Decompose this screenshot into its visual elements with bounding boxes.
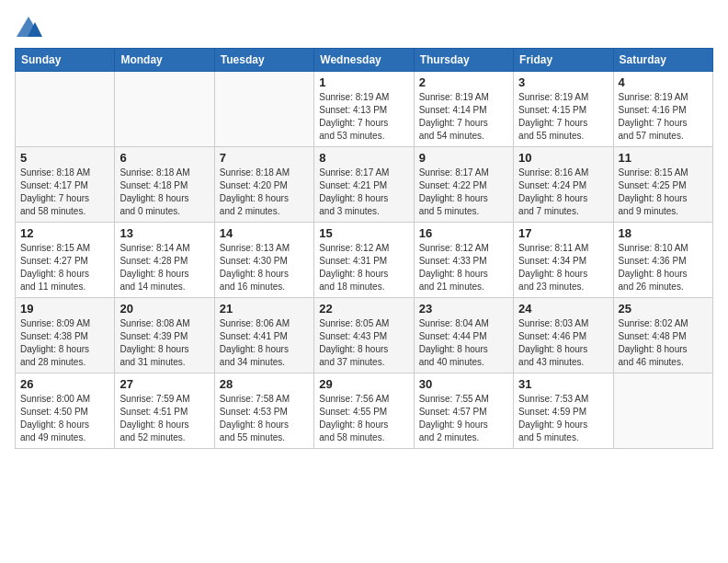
calendar-cell: 29Sunrise: 7:56 AM Sunset: 4:55 PM Dayli… [314, 373, 414, 449]
day-number: 28 [220, 377, 309, 391]
day-number: 25 [619, 302, 708, 316]
day-number: 8 [319, 151, 408, 165]
calendar-cell: 27Sunrise: 7:59 AM Sunset: 4:51 PM Dayli… [115, 373, 214, 449]
calendar-table: SundayMondayTuesdayWednesdayThursdayFrid… [15, 48, 713, 449]
day-info: Sunrise: 8:10 AM Sunset: 4:36 PM Dayligh… [619, 242, 708, 293]
day-number: 7 [220, 151, 309, 165]
day-number: 15 [319, 226, 408, 240]
day-number: 16 [419, 226, 508, 240]
weekday-header-monday: Monday [115, 49, 214, 72]
day-info: Sunrise: 7:53 AM Sunset: 4:59 PM Dayligh… [518, 393, 608, 444]
weekday-header-wednesday: Wednesday [314, 49, 414, 72]
day-number: 29 [319, 377, 408, 391]
calendar-cell: 26Sunrise: 8:00 AM Sunset: 4:50 PM Dayli… [16, 373, 115, 449]
day-info: Sunrise: 8:18 AM Sunset: 4:20 PM Dayligh… [220, 167, 309, 218]
day-number: 9 [419, 151, 508, 165]
day-number: 31 [518, 377, 608, 391]
day-info: Sunrise: 8:06 AM Sunset: 4:41 PM Dayligh… [220, 317, 309, 369]
day-number: 1 [319, 75, 408, 89]
day-number: 13 [119, 226, 209, 240]
day-info: Sunrise: 8:15 AM Sunset: 4:25 PM Dayligh… [619, 167, 708, 218]
calendar-cell: 11Sunrise: 8:15 AM Sunset: 4:25 PM Dayli… [613, 147, 712, 223]
calendar-cell: 19Sunrise: 8:09 AM Sunset: 4:38 PM Dayli… [16, 298, 115, 373]
day-info: Sunrise: 8:15 AM Sunset: 4:27 PM Dayligh… [20, 242, 109, 293]
calendar-cell: 13Sunrise: 8:14 AM Sunset: 4:28 PM Dayli… [115, 223, 214, 298]
day-number: 12 [20, 226, 109, 240]
day-number: 30 [419, 377, 508, 391]
day-number: 17 [518, 226, 608, 240]
day-number: 4 [619, 75, 708, 89]
day-info: Sunrise: 8:16 AM Sunset: 4:24 PM Dayligh… [518, 167, 608, 218]
day-info: Sunrise: 8:02 AM Sunset: 4:48 PM Dayligh… [619, 317, 708, 369]
day-info: Sunrise: 8:19 AM Sunset: 4:16 PM Dayligh… [619, 91, 708, 143]
day-info: Sunrise: 8:14 AM Sunset: 4:28 PM Dayligh… [119, 242, 209, 293]
calendar-cell [115, 72, 214, 147]
day-info: Sunrise: 8:19 AM Sunset: 4:14 PM Dayligh… [419, 91, 508, 143]
day-info: Sunrise: 8:17 AM Sunset: 4:21 PM Dayligh… [319, 167, 408, 218]
calendar-cell: 7Sunrise: 8:18 AM Sunset: 4:20 PM Daylig… [214, 147, 313, 223]
calendar-cell [613, 373, 712, 449]
header [15, 15, 713, 40]
day-number: 24 [518, 302, 608, 316]
day-number: 26 [20, 377, 109, 391]
calendar-cell: 24Sunrise: 8:03 AM Sunset: 4:46 PM Dayli… [514, 298, 613, 373]
calendar-cell: 16Sunrise: 8:12 AM Sunset: 4:33 PM Dayli… [414, 223, 513, 298]
calendar-cell: 5Sunrise: 8:18 AM Sunset: 4:17 PM Daylig… [16, 147, 115, 223]
calendar-cell: 3Sunrise: 8:19 AM Sunset: 4:15 PM Daylig… [514, 72, 613, 147]
weekday-header-sunday: Sunday [16, 49, 115, 72]
calendar-cell: 20Sunrise: 8:08 AM Sunset: 4:39 PM Dayli… [115, 298, 214, 373]
calendar-cell: 2Sunrise: 8:19 AM Sunset: 4:14 PM Daylig… [414, 72, 513, 147]
calendar-cell: 8Sunrise: 8:17 AM Sunset: 4:21 PM Daylig… [314, 147, 414, 223]
day-info: Sunrise: 8:04 AM Sunset: 4:44 PM Dayligh… [419, 317, 508, 369]
calendar-cell [214, 72, 313, 147]
week-row-3: 12Sunrise: 8:15 AM Sunset: 4:27 PM Dayli… [16, 223, 713, 298]
calendar-cell [16, 72, 115, 147]
day-info: Sunrise: 8:08 AM Sunset: 4:39 PM Dayligh… [119, 317, 209, 369]
day-number: 5 [20, 151, 109, 165]
day-number: 18 [619, 226, 708, 240]
day-info: Sunrise: 8:12 AM Sunset: 4:33 PM Dayligh… [419, 242, 508, 293]
day-number: 21 [220, 302, 309, 316]
calendar-cell: 25Sunrise: 8:02 AM Sunset: 4:48 PM Dayli… [613, 298, 712, 373]
weekday-header-tuesday: Tuesday [214, 49, 313, 72]
day-number: 6 [119, 151, 209, 165]
week-row-5: 26Sunrise: 8:00 AM Sunset: 4:50 PM Dayli… [16, 373, 713, 449]
calendar-cell: 30Sunrise: 7:55 AM Sunset: 4:57 PM Dayli… [414, 373, 513, 449]
day-number: 2 [419, 75, 508, 89]
day-info: Sunrise: 8:13 AM Sunset: 4:30 PM Dayligh… [220, 242, 309, 293]
calendar-cell: 31Sunrise: 7:53 AM Sunset: 4:59 PM Dayli… [514, 373, 613, 449]
day-info: Sunrise: 8:00 AM Sunset: 4:50 PM Dayligh… [20, 393, 109, 444]
calendar-cell: 9Sunrise: 8:17 AM Sunset: 4:22 PM Daylig… [414, 147, 513, 223]
day-info: Sunrise: 8:18 AM Sunset: 4:17 PM Dayligh… [20, 167, 109, 218]
day-number: 10 [518, 151, 608, 165]
weekday-header-friday: Friday [514, 49, 613, 72]
calendar-cell: 15Sunrise: 8:12 AM Sunset: 4:31 PM Dayli… [314, 223, 414, 298]
day-info: Sunrise: 8:17 AM Sunset: 4:22 PM Dayligh… [419, 167, 508, 218]
calendar-cell: 1Sunrise: 8:19 AM Sunset: 4:13 PM Daylig… [314, 72, 414, 147]
day-number: 14 [220, 226, 309, 240]
day-info: Sunrise: 8:11 AM Sunset: 4:34 PM Dayligh… [518, 242, 608, 293]
week-row-4: 19Sunrise: 8:09 AM Sunset: 4:38 PM Dayli… [16, 298, 713, 373]
calendar-cell: 23Sunrise: 8:04 AM Sunset: 4:44 PM Dayli… [414, 298, 513, 373]
day-number: 22 [319, 302, 408, 316]
calendar-cell: 18Sunrise: 8:10 AM Sunset: 4:36 PM Dayli… [613, 223, 712, 298]
day-number: 20 [119, 302, 209, 316]
day-number: 19 [20, 302, 109, 316]
day-info: Sunrise: 7:59 AM Sunset: 4:51 PM Dayligh… [119, 393, 209, 444]
calendar-cell: 12Sunrise: 8:15 AM Sunset: 4:27 PM Dayli… [16, 223, 115, 298]
calendar-cell: 6Sunrise: 8:18 AM Sunset: 4:18 PM Daylig… [115, 147, 214, 223]
day-info: Sunrise: 8:05 AM Sunset: 4:43 PM Dayligh… [319, 317, 408, 369]
calendar-cell: 22Sunrise: 8:05 AM Sunset: 4:43 PM Dayli… [314, 298, 414, 373]
weekday-header-saturday: Saturday [613, 49, 712, 72]
calendar-cell: 14Sunrise: 8:13 AM Sunset: 4:30 PM Dayli… [214, 223, 313, 298]
weekday-header-thursday: Thursday [414, 49, 513, 72]
calendar-cell: 28Sunrise: 7:58 AM Sunset: 4:53 PM Dayli… [214, 373, 313, 449]
week-row-2: 5Sunrise: 8:18 AM Sunset: 4:17 PM Daylig… [16, 147, 713, 223]
day-number: 3 [518, 75, 608, 89]
weekday-header-row: SundayMondayTuesdayWednesdayThursdayFrid… [16, 49, 713, 72]
logo-icon [15, 15, 42, 40]
day-number: 23 [419, 302, 508, 316]
calendar-cell: 4Sunrise: 8:19 AM Sunset: 4:16 PM Daylig… [613, 72, 712, 147]
day-info: Sunrise: 8:03 AM Sunset: 4:46 PM Dayligh… [518, 317, 608, 369]
day-info: Sunrise: 7:58 AM Sunset: 4:53 PM Dayligh… [220, 393, 309, 444]
